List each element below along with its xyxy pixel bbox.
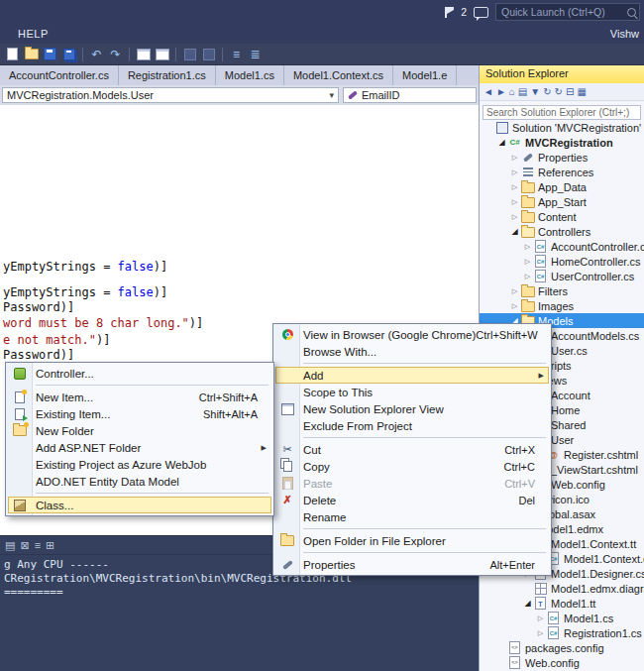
tree-item-images[interactable]: ▷Images bbox=[480, 298, 644, 313]
list-collapse-icon[interactable]: ≣ bbox=[247, 46, 264, 62]
tab-accountcontroller-cs[interactable]: AccountController.cs bbox=[0, 65, 119, 85]
filter-icon[interactable]: ▼ bbox=[530, 87, 540, 97]
context-menu-item-paste[interactable]: PasteCtrl+V bbox=[275, 475, 549, 492]
add-submenu-item-class[interactable]: Class... bbox=[8, 497, 271, 513]
tree-item-content[interactable]: ▷Content bbox=[480, 209, 644, 224]
add-submenu-item-controller[interactable]: Controller... bbox=[8, 365, 271, 382]
context-menu-item-add[interactable]: Add▶ bbox=[275, 367, 549, 384]
add-submenu-item-existing-project-as-azure-webjob[interactable]: Existing Project as Azure WebJob bbox=[8, 456, 271, 473]
quick-launch[interactable] bbox=[495, 3, 640, 21]
tree-item-controllers[interactable]: ◢Controllers bbox=[480, 224, 644, 239]
cs-icon: C# bbox=[533, 240, 548, 253]
context-menu-item-open-folder-in-file-explorer[interactable]: Open Folder in File Explorer bbox=[275, 532, 549, 549]
context-menu-item-view-in-browser-google-chrome[interactable]: View in Browser (Google Chrome)Ctrl+Shif… bbox=[275, 326, 549, 343]
open-folder-icon[interactable] bbox=[23, 46, 40, 62]
preview-icon[interactable]: ▦ bbox=[577, 87, 586, 97]
tab-registration1-cs[interactable]: Registration1.cs bbox=[119, 65, 216, 85]
output-source-icon[interactable]: ▤ bbox=[5, 540, 15, 551]
refresh-icon[interactable]: ↻ bbox=[555, 87, 563, 97]
list-members-icon[interactable]: ≡ bbox=[228, 46, 245, 62]
forward-icon[interactable]: ► bbox=[496, 87, 506, 97]
tree-item-app-start[interactable]: ▷App_Start bbox=[480, 194, 644, 209]
home-icon[interactable]: ⌂ bbox=[509, 87, 515, 97]
menu-help[interactable]: HELP bbox=[18, 28, 49, 40]
context-menu-item-properties[interactable]: PropertiesAlt+Enter bbox=[275, 556, 549, 573]
expander-icon[interactable]: ▷ bbox=[535, 615, 546, 621]
tab-model1-context-cs[interactable]: Model1.Context.cs bbox=[284, 65, 393, 85]
add-submenu-item-new-item[interactable]: New Item...Ctrl+Shift+A bbox=[8, 389, 271, 405]
context-menu-item-new-solution-explorer-view[interactable]: New Solution Explorer View bbox=[275, 400, 549, 417]
switch-views-icon[interactable]: ▤ bbox=[518, 87, 527, 97]
window-float-icon[interactable] bbox=[154, 46, 170, 62]
save-icon[interactable] bbox=[42, 46, 58, 62]
new-file-icon[interactable] bbox=[4, 46, 21, 62]
tree-item-accountcontroller-cs[interactable]: ▷C#AccountController.cs bbox=[480, 239, 644, 254]
quick-launch-input[interactable] bbox=[499, 5, 627, 19]
window-split-icon[interactable] bbox=[135, 46, 152, 62]
expander-icon[interactable]: ▷ bbox=[509, 154, 520, 161]
bookmark-next-icon[interactable] bbox=[200, 46, 217, 62]
type-dropdown[interactable]: MVCRegistration.Models.User ▾ bbox=[2, 87, 339, 103]
expander-icon[interactable]: ◢ bbox=[509, 228, 520, 236]
add-submenu-item-existing-item[interactable]: Existing Item...Shift+Alt+A bbox=[8, 405, 271, 422]
feedback-icon[interactable] bbox=[474, 7, 488, 18]
add-submenu-item-ado-net-entity-data-model[interactable]: ADO.NET Entity Data Model bbox=[8, 473, 271, 490]
tree-item-solution-mvcregistration-1-pro[interactable]: Solution 'MVCRegistration' (1 pro bbox=[480, 120, 644, 135]
expander-icon[interactable]: ◢ bbox=[522, 600, 533, 608]
menu-item-label: Cut bbox=[299, 444, 321, 456]
context-menu-item-copy[interactable]: CopyCtrl+C bbox=[275, 458, 549, 475]
tree-item-registration1-cs[interactable]: ▷C#Registration1.cs bbox=[480, 625, 644, 640]
tree-item-properties[interactable]: ▷Properties bbox=[480, 150, 644, 165]
context-menu-item-browse-with[interactable]: Browse With... bbox=[275, 343, 549, 360]
expander-icon[interactable]: ▷ bbox=[509, 302, 520, 309]
tree-item-web-config[interactable]: <>Web.config bbox=[480, 655, 644, 670]
tree-item-model1-edmx-diagram[interactable]: Model1.edmx.diagram bbox=[480, 581, 644, 596]
expand-icon[interactable]: ⊞ bbox=[46, 540, 54, 551]
context-menu-item-scope-to-this[interactable]: Scope to This bbox=[275, 384, 549, 400]
expander-icon[interactable]: ▷ bbox=[522, 258, 533, 265]
expander-icon[interactable]: ▷ bbox=[522, 243, 533, 250]
solution-search-input[interactable] bbox=[483, 105, 641, 120]
tree-item-homecontroller-cs[interactable]: ▷C#HomeController.cs bbox=[480, 254, 644, 269]
expander-icon[interactable]: ▷ bbox=[509, 198, 520, 205]
context-menu-item-exclude-from-project[interactable]: Exclude From Project bbox=[275, 417, 549, 434]
tree-item-mvcregistration[interactable]: ◢C#MVCRegistration bbox=[480, 135, 644, 150]
tree-item-packages-config[interactable]: <>packages.config bbox=[480, 640, 644, 655]
notifications-flag-icon[interactable] bbox=[445, 7, 454, 18]
add-submenu-item-add-asp-net-folder[interactable]: Add ASP.NET Folder▶ bbox=[8, 439, 271, 456]
context-menu-item-delete[interactable]: ✗DeleteDel bbox=[275, 492, 549, 508]
expander-icon[interactable]: ▷ bbox=[535, 629, 546, 636]
tab-model1-e[interactable]: Model1.e bbox=[393, 65, 457, 85]
expander-icon[interactable]: ▷ bbox=[509, 183, 520, 190]
expander-icon[interactable]: ◢ bbox=[496, 139, 507, 147]
tree-item-references[interactable]: ▷References bbox=[480, 165, 644, 179]
signed-in-user[interactable]: Vishw bbox=[610, 28, 639, 40]
save-all-icon[interactable] bbox=[60, 46, 77, 62]
solution-explorer-header[interactable]: Solution Explorer bbox=[480, 65, 644, 83]
undo-icon[interactable]: ↶ bbox=[88, 46, 105, 62]
expander-icon[interactable]: ▷ bbox=[522, 273, 533, 280]
menu-icon-slot bbox=[275, 535, 299, 546]
tree-item-usercontroller-cs[interactable]: ▷C#UserController.cs bbox=[480, 269, 644, 283]
solution-search bbox=[480, 101, 644, 120]
expander-icon[interactable]: ▷ bbox=[509, 287, 520, 294]
sync-with-active-document-icon[interactable]: ↻ bbox=[543, 87, 551, 97]
word-wrap-icon[interactable]: ≡ bbox=[35, 540, 41, 551]
back-icon[interactable]: ◄ bbox=[483, 87, 493, 97]
collapse-all-icon[interactable]: ⊟ bbox=[566, 87, 574, 97]
context-menu-item-cut[interactable]: ✂CutCtrl+X bbox=[275, 441, 549, 458]
tree-item-model1-cs[interactable]: ▷C#Model1.cs bbox=[480, 611, 644, 625]
redo-icon[interactable]: ↷ bbox=[107, 46, 124, 62]
tab-model1-cs[interactable]: Model1.cs bbox=[216, 65, 284, 85]
tree-item-filters[interactable]: ▷Filters bbox=[480, 283, 644, 298]
menu-item-label: Add bbox=[299, 370, 323, 382]
member-dropdown[interactable]: EmailID bbox=[343, 87, 477, 103]
expander-icon[interactable]: ▷ bbox=[509, 213, 520, 220]
clear-all-icon[interactable]: ⊠ bbox=[20, 540, 29, 551]
tree-item-model1-tt[interactable]: ◢TModel1.tt bbox=[480, 596, 644, 611]
bookmark-prev-icon[interactable] bbox=[181, 46, 198, 62]
expander-icon[interactable]: ▷ bbox=[509, 168, 520, 175]
add-submenu-item-new-folder[interactable]: New Folder bbox=[8, 422, 271, 439]
tree-item-app-data[interactable]: ▷App_Data bbox=[480, 179, 644, 194]
context-menu-item-rename[interactable]: Rename bbox=[275, 508, 549, 525]
